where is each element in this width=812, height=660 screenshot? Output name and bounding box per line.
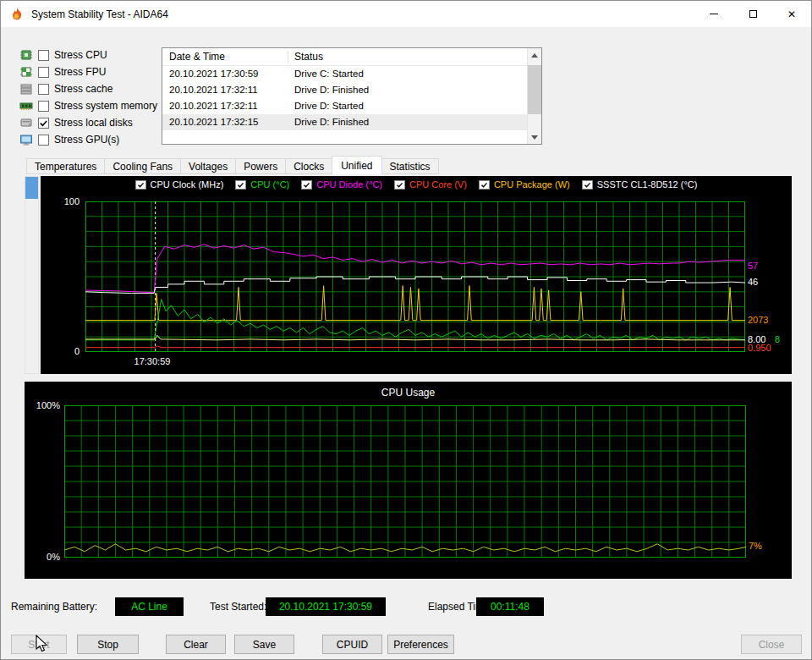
unified-chart-panel: CPU Clock (MHz)CPU (°C)CPU Diode (°C)CPU… <box>41 176 792 374</box>
app-window: System Stability Test - AIDA64 ✕ Stress … <box>0 0 812 660</box>
tab-powers[interactable]: Powers <box>235 158 286 174</box>
maximize-button[interactable] <box>733 1 772 27</box>
stress-cpu-checkbox[interactable] <box>38 50 49 61</box>
maximize-icon <box>749 10 757 18</box>
log-row[interactable]: 20.10.2021 17:30:59Drive C: Started <box>162 66 527 82</box>
stress-option-label: Stress cache <box>54 83 112 95</box>
legend-checkbox[interactable] <box>479 180 490 190</box>
chart-vertical-scrollbar[interactable] <box>25 176 39 374</box>
y-axis-min-label: 0 <box>41 346 80 356</box>
stress-option-stress-fpu: Stress FPU <box>19 63 157 80</box>
tab-statistics[interactable]: Statistics <box>381 158 439 174</box>
stress-option-stress-system-memory: Stress system memory <box>19 97 157 114</box>
chart-scrollbar-thumb[interactable] <box>25 177 38 199</box>
legend-checkbox[interactable] <box>394 180 405 190</box>
disk-icon <box>19 116 33 129</box>
log-row[interactable]: 20.10.2021 17:32:11Drive D: Started <box>162 98 527 114</box>
stress-option-stress-gpu-s: Stress GPU(s) <box>19 131 157 148</box>
log-status: Drive D: Started <box>294 101 364 111</box>
cpuid-button[interactable]: CPUID <box>322 635 382 654</box>
start-button[interactable]: Start <box>11 635 67 654</box>
log-datetime: 20.10.2021 17:32:11 <box>169 85 258 95</box>
series-value-label: 7% <box>749 541 762 551</box>
cpu-usage-plot <box>64 405 746 558</box>
tab-strip: TemperaturesCooling FansVoltagesPowersCl… <box>26 156 438 174</box>
legend-item-cpu-package-w: CPU Package (W) <box>479 179 570 190</box>
log-column-status[interactable]: Status <box>294 51 323 63</box>
legend-checkbox[interactable] <box>301 180 312 190</box>
scroll-up-button[interactable] <box>528 48 541 62</box>
tab-clocks[interactable]: Clocks <box>285 158 332 174</box>
log-scrollbar[interactable] <box>527 48 541 144</box>
event-log-table: Date & Time Status 20.10.2021 17:30:59Dr… <box>162 47 542 145</box>
triangle-down-icon <box>531 135 538 140</box>
legend-checkbox[interactable] <box>235 180 246 190</box>
window-controls: ✕ <box>694 1 811 27</box>
stress-option-label: Stress CPU <box>54 49 107 61</box>
minimize-button[interactable] <box>694 1 733 27</box>
stop-button[interactable]: Stop <box>77 635 139 654</box>
usage-y-min-label: 0% <box>25 552 60 562</box>
legend-item-ssstc-cl1-8d512-c: SSSTC CL1-8D512 (°C) <box>582 179 698 190</box>
clear-button[interactable]: Clear <box>166 635 226 654</box>
log-row[interactable]: 20.10.2021 17:32:11Drive D: Finished <box>162 82 527 98</box>
x-axis-start-label: 17:30:59 <box>118 356 186 366</box>
stress-option-label: Stress GPU(s) <box>54 134 119 146</box>
series-value-label: 2073 <box>748 315 768 325</box>
tab-cooling-fans[interactable]: Cooling Fans <box>104 158 181 174</box>
legend-label: CPU Clock (MHz) <box>151 179 224 190</box>
legend-checkbox[interactable] <box>582 180 593 190</box>
legend-label: CPU Package (W) <box>494 179 570 190</box>
stress-system-memory-checkbox[interactable] <box>38 101 49 112</box>
log-datetime: 20.10.2021 17:32:15 <box>169 117 259 127</box>
close-button[interactable]: ✕ <box>772 1 811 27</box>
legend-label: CPU Core (V) <box>409 179 467 190</box>
cpu-icon <box>19 48 33 62</box>
tab-temperatures[interactable]: Temperatures <box>26 158 105 174</box>
series-value-label: 57 <box>748 261 758 271</box>
window-title: System Stability Test - AIDA64 <box>31 8 168 20</box>
stress-gpu-s-checkbox[interactable] <box>38 135 49 146</box>
stress-options-panel: Stress CPUStress FPUStress cacheStress s… <box>19 47 157 148</box>
memory-icon <box>19 99 33 113</box>
log-status: Drive D: Finished <box>294 117 369 127</box>
chart-legend: CPU Clock (MHz)CPU (°C)CPU Diode (°C)CPU… <box>41 179 792 190</box>
minimize-icon <box>710 14 718 14</box>
status-bar: Remaining Battery: AC Line Test Started:… <box>1 597 812 616</box>
stress-cache-checkbox[interactable] <box>38 84 49 95</box>
log-table-header: Date & Time Status <box>162 48 541 66</box>
tab-voltages[interactable]: Voltages <box>180 158 236 174</box>
log-rows: 20.10.2021 17:30:59Drive C: Started20.10… <box>162 66 527 130</box>
save-button[interactable]: Save <box>234 635 294 654</box>
cpu-usage-panel: CPU Usage 100% 0% 7% <box>25 382 792 579</box>
flame-icon <box>9 7 25 22</box>
close-button[interactable]: Close <box>741 635 802 654</box>
log-status: Drive D: Finished <box>294 85 369 95</box>
test-started-value: 20.10.2021 17:30:59 <box>266 597 386 616</box>
legend-item-cpu-c: CPU (°C) <box>235 179 289 190</box>
battery-label: Remaining Battery: <box>11 601 97 613</box>
stress-option-stress-local-disks: Stress local disks <box>19 114 157 131</box>
legend-label: CPU Diode (°C) <box>316 179 382 190</box>
legend-item-cpu-clock-mhz: CPU Clock (MHz) <box>135 179 224 190</box>
cache-icon <box>19 82 33 96</box>
stress-option-label: Stress FPU <box>54 66 106 78</box>
stress-option-stress-cpu: Stress CPU <box>19 47 157 63</box>
legend-label: CPU (°C) <box>250 179 289 190</box>
log-datetime: 20.10.2021 17:32:11 <box>169 101 258 111</box>
tab-unified[interactable]: Unified <box>332 156 381 174</box>
stress-local-disks-checkbox[interactable] <box>38 118 49 129</box>
cpu-usage-title: CPU Usage <box>25 387 792 399</box>
preferences-button[interactable]: Preferences <box>387 635 454 654</box>
log-column-datetime[interactable]: Date & Time <box>169 51 225 63</box>
usage-y-max-label: 100% <box>25 400 60 410</box>
scroll-down-button[interactable] <box>528 130 541 144</box>
stress-option-stress-cache: Stress cache <box>19 80 157 97</box>
log-scrollbar-thumb[interactable] <box>528 65 541 114</box>
stress-fpu-checkbox[interactable] <box>38 67 49 78</box>
legend-checkbox[interactable] <box>135 180 146 190</box>
log-datetime: 20.10.2021 17:30:59 <box>169 69 259 79</box>
log-row[interactable]: 20.10.2021 17:32:15Drive D: Finished <box>162 114 527 130</box>
legend-item-cpu-diode-c: CPU Diode (°C) <box>301 179 382 190</box>
series-value-label: 46 <box>748 277 758 287</box>
